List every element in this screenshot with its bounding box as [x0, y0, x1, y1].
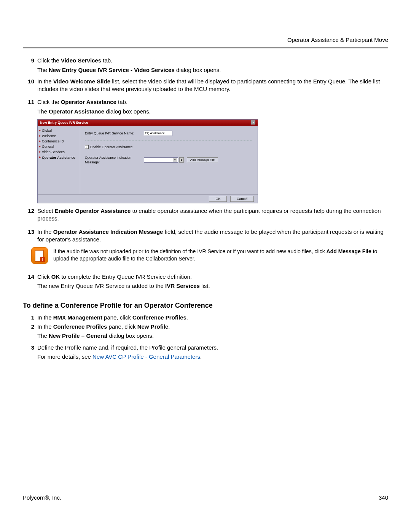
nav-global[interactable]: ▸Global: [38, 128, 79, 133]
note-callout: If the audio file was not uploaded prior…: [31, 247, 388, 264]
header-rule: [23, 47, 388, 48]
close-icon[interactable]: ×: [251, 120, 255, 125]
step-number: 12: [23, 207, 37, 223]
step-12: 12 Select Enable Operator Assistance to …: [23, 207, 388, 223]
footer-company: Polycom®, Inc.: [23, 494, 61, 502]
step-d2-sub: The New Profile – General dialog box ope…: [37, 332, 388, 340]
step-number: 11: [23, 98, 37, 106]
step-9: 9 Click the Video Services tab.: [23, 57, 388, 64]
dialog-titlebar: New Entry Queue IVR Service ×: [38, 120, 258, 126]
step-text: Click OK to complete the Entry Queue IVR…: [37, 273, 388, 281]
step-14: 14 Click OK to complete the Entry Queue …: [23, 273, 388, 281]
step-number: 1: [23, 314, 37, 321]
step-d3-sub: For more details, see New AVC CP Profile…: [37, 353, 388, 361]
step-number: 13: [23, 228, 37, 244]
step-text: In the Video Welcome Slide list, select …: [37, 78, 388, 93]
page-footer: Polycom®, Inc. 340: [23, 494, 388, 502]
chevron-right-icon: ▸: [39, 155, 41, 160]
note-text: If the audio file was not uploaded prior…: [53, 247, 388, 264]
step-11: 11 Click the Operator Assistance tab.: [23, 98, 388, 106]
dialog-footer: OK Cancel: [38, 194, 258, 203]
step-text: Define the Profile name and, if required…: [37, 344, 388, 351]
ok-button[interactable]: OK: [209, 196, 227, 202]
dialog-form: Entry Queue IVR Service Name: ✓ Enable O…: [80, 126, 258, 194]
chevron-right-icon: ▸: [39, 145, 41, 149]
footer-page-number: 340: [379, 494, 388, 502]
chevron-right-icon: ▸: [39, 150, 41, 154]
ivr-service-dialog: New Entry Queue IVR Service × ▸Global ▸W…: [37, 119, 258, 203]
enable-operator-checkbox[interactable]: ✓: [85, 145, 89, 149]
service-name-label: Entry Queue IVR Service Name:: [85, 131, 144, 136]
step-d2: 2 In the Conference Profiles pane, click…: [23, 323, 388, 331]
step-text: Click the Operator Assistance tab.: [37, 98, 388, 106]
nav-conference-id[interactable]: ▸Conference ID: [38, 139, 79, 144]
step-text: In the Conference Profiles pane, click N…: [37, 323, 388, 331]
step-14-sub: The new Entry Queue IVR Service is added…: [37, 282, 388, 290]
step-text: In the RMX Management pane, click Confer…: [37, 314, 388, 321]
section-heading: To define a Conference Profile for an Op…: [23, 301, 388, 310]
step-text: Select Enable Operator Assistance to ena…: [37, 207, 388, 223]
step-d1: 1 In the RMX Management pane, click Conf…: [23, 314, 388, 321]
play-icon[interactable]: ▶: [179, 157, 184, 163]
dialog-title-text: New Entry Queue IVR Service: [40, 120, 88, 125]
nav-operator-assistance[interactable]: ▸Operator Assistance: [38, 155, 79, 160]
link-avc-cp-profile[interactable]: New AVC CP Profile - General Parameters: [92, 353, 200, 360]
step-number: 9: [23, 57, 37, 64]
cancel-button[interactable]: Cancel: [230, 196, 254, 202]
service-name-input[interactable]: [144, 131, 172, 136]
step-text: Click the Video Services tab.: [37, 57, 388, 64]
step-number: 2: [23, 323, 37, 331]
chevron-right-icon: ▸: [39, 134, 41, 138]
step-10: 10 In the Video Welcome Slide list, sele…: [23, 78, 388, 93]
step-text: In the Operator Assistance Indication Me…: [37, 228, 388, 244]
dialog-nav: ▸Global ▸Welcome ▸Conference ID ▸General…: [38, 126, 80, 194]
indication-msg-label: Operator Assistance Indication Message:: [85, 155, 144, 165]
step-d3: 3 Define the Profile name and, if requir…: [23, 344, 388, 351]
indication-msg-dropdown[interactable]: ▾: [144, 157, 178, 163]
step-number: 3: [23, 344, 37, 351]
nav-video-services[interactable]: ▸Video Services: [38, 149, 79, 155]
step-11-sub: The Operator Assistance dialog box opens…: [37, 108, 388, 115]
page-header: Operator Assistance & Participant Move: [23, 0, 388, 47]
chevron-right-icon: ▸: [39, 129, 41, 133]
chevron-down-icon: ▾: [173, 158, 177, 162]
nav-welcome[interactable]: ▸Welcome: [38, 133, 79, 139]
note-icon: [31, 247, 48, 264]
chevron-right-icon: ▸: [39, 139, 41, 144]
enable-operator-label: Enable Operator Assistance: [90, 145, 133, 149]
add-message-file-button[interactable]: Add Message File: [187, 157, 218, 163]
step-number: 14: [23, 273, 37, 281]
step-13: 13 In the Operator Assistance Indication…: [23, 228, 388, 244]
step-number: 10: [23, 78, 37, 93]
step-9-sub: The New Entry Queue IVR Service - Video …: [37, 66, 388, 74]
nav-general[interactable]: ▸General: [38, 144, 79, 149]
